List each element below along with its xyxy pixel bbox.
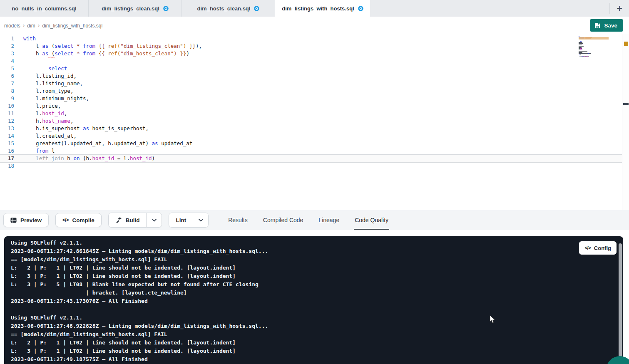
panel-tab-results[interactable]: Results bbox=[227, 210, 249, 230]
build-label: Build bbox=[126, 217, 140, 223]
chevron-down-icon bbox=[152, 219, 157, 222]
file-tab-label: no_nulls_in_columns.sql bbox=[12, 5, 76, 12]
code-line[interactable]: 6 l.listing_id, bbox=[0, 72, 622, 80]
save-button[interactable]: Save bbox=[590, 19, 623, 32]
lint-label: Lint bbox=[176, 217, 186, 223]
compile-label: Compile bbox=[72, 217, 94, 223]
code-text: l.host_id, bbox=[14, 110, 622, 117]
code-line[interactable]: 10 l.price, bbox=[0, 102, 622, 110]
line-number: 3 bbox=[0, 50, 14, 57]
code-line[interactable]: 1with bbox=[0, 35, 622, 42]
breadcrumb-item[interactable]: models bbox=[4, 23, 20, 29]
code-text: l.listing_name, bbox=[14, 80, 622, 87]
breadcrumb-separator-icon: › bbox=[38, 22, 40, 29]
terminal-panel: Using SQLFluff v2.1.1. 2023-06-06T11:27:… bbox=[4, 236, 623, 364]
code-text bbox=[14, 162, 622, 170]
file-tab[interactable]: dim_listings_clean.sql bbox=[89, 0, 182, 17]
code-text: h as (select * from {{ ref("dim_hosts_cl… bbox=[14, 50, 622, 57]
build-dropdown-button[interactable] bbox=[146, 213, 162, 227]
code-line[interactable]: 8 l.room_type, bbox=[0, 87, 622, 95]
config-label: Config bbox=[594, 245, 611, 251]
file-tab-label: dim_listings_clean.sql bbox=[102, 5, 159, 12]
preview-button[interactable]: Preview bbox=[3, 213, 49, 227]
scroll-position-marker[interactable] bbox=[623, 103, 629, 105]
code-text: l.minimum_nights, bbox=[14, 95, 622, 102]
breadcrumb-item[interactable]: dim_listings_with_hosts.sql bbox=[42, 23, 102, 29]
code-text: h.is_superhost as host_is_superhost, bbox=[14, 125, 622, 132]
preview-label: Preview bbox=[20, 217, 42, 223]
line-number: 17 bbox=[0, 155, 14, 162]
terminal-scrollbar[interactable] bbox=[619, 243, 622, 357]
code-editor[interactable]: 1with2 l as (select * from {{ ref("dim_l… bbox=[0, 34, 629, 210]
line-number: 1 bbox=[0, 35, 14, 42]
action-toolbar: Preview </> Compile Build bbox=[0, 210, 629, 230]
code-line[interactable]: 7 l.listing_name, bbox=[0, 80, 622, 87]
line-number: 8 bbox=[0, 87, 14, 95]
code-line[interactable]: 17 left join h on (h.host_id = l.host_id… bbox=[0, 154, 622, 163]
line-number: 10 bbox=[0, 102, 14, 110]
code-line[interactable]: 11 l.host_id, bbox=[0, 110, 622, 117]
minimap-warning-band bbox=[579, 37, 609, 40]
line-number: 5 bbox=[0, 65, 14, 72]
file-tab-label: dim_hosts_clean.sql bbox=[197, 5, 251, 12]
code-text: greatest(l.updated_at, h.updated_at) as … bbox=[14, 140, 622, 147]
code-line[interactable]: 16 from l bbox=[0, 147, 622, 155]
code-line[interactable]: 5 select bbox=[0, 65, 622, 72]
file-tab-bar: no_nulls_in_columns.sqldim_listings_clea… bbox=[0, 0, 629, 17]
line-number: 7 bbox=[0, 80, 14, 87]
hammer-icon bbox=[115, 217, 122, 223]
code-text: select bbox=[14, 65, 622, 72]
breadcrumb: models›dim›dim_listings_with_hosts.sql bbox=[4, 22, 102, 29]
lint-split-button: Lint bbox=[169, 213, 209, 228]
code-line[interactable]: 3 h as (select * from {{ ref("dim_hosts_… bbox=[0, 50, 622, 57]
file-tab[interactable]: no_nulls_in_columns.sql bbox=[0, 0, 89, 17]
code-icon: </> bbox=[62, 217, 68, 223]
editor-scroll-gutter[interactable] bbox=[622, 34, 629, 210]
line-number: 9 bbox=[0, 95, 14, 102]
breadcrumb-item[interactable]: dim bbox=[27, 23, 35, 29]
new-tab-button[interactable]: + bbox=[612, 1, 627, 15]
line-number: 2 bbox=[0, 42, 14, 50]
lint-warning-marker[interactable] bbox=[624, 42, 628, 46]
code-text bbox=[14, 57, 622, 65]
indent-guide bbox=[24, 42, 24, 162]
code-line[interactable]: 18 bbox=[0, 162, 622, 170]
panel-tab-code-quality[interactable]: Code Quality bbox=[354, 210, 389, 230]
code-text: from l bbox=[14, 147, 622, 155]
code-rows: 1with2 l as (select * from {{ ref("dim_l… bbox=[0, 35, 622, 170]
code-text: with bbox=[14, 35, 622, 42]
floppy-disk-icon bbox=[594, 22, 601, 29]
line-number: 18 bbox=[0, 162, 14, 170]
unsaved-dot-icon bbox=[254, 6, 259, 11]
minimap[interactable] bbox=[579, 36, 609, 85]
line-number: 15 bbox=[0, 140, 14, 147]
panel-tab-lineage[interactable]: Lineage bbox=[318, 210, 340, 230]
code-line[interactable]: 2 l as (select * from {{ ref("dim_listin… bbox=[0, 42, 622, 50]
file-tab[interactable]: dim_listings_with_hosts.sql bbox=[275, 0, 370, 17]
code-icon: </> bbox=[584, 245, 590, 251]
code-line[interactable]: 15 greatest(l.updated_at, h.updated_at) … bbox=[0, 140, 622, 147]
file-tab-label: dim_listings_with_hosts.sql bbox=[282, 5, 354, 12]
code-line[interactable]: 9 l.minimum_nights, bbox=[0, 95, 622, 102]
code-line[interactable]: 14 l.created_at, bbox=[0, 132, 622, 140]
terminal-output: Using SQLFluff v2.1.1. 2023-06-06T11:27:… bbox=[4, 236, 623, 364]
unsaved-dot-icon bbox=[163, 6, 169, 11]
config-button[interactable]: </> Config bbox=[579, 241, 617, 255]
line-number: 16 bbox=[0, 147, 14, 155]
code-line[interactable]: 4 bbox=[0, 57, 622, 65]
panel-tab-compiled-code[interactable]: Compiled Code bbox=[262, 210, 304, 230]
code-line[interactable]: 12 h.host_name, bbox=[0, 117, 622, 125]
compile-button[interactable]: </> Compile bbox=[55, 213, 102, 227]
code-line[interactable]: 13 h.is_superhost as host_is_superhost, bbox=[0, 125, 622, 132]
lint-button[interactable]: Lint bbox=[169, 213, 193, 227]
code-text: left join h on (h.host_id = l.host_id) bbox=[14, 155, 622, 162]
build-button[interactable]: Build bbox=[109, 213, 147, 227]
table-grid-icon bbox=[10, 218, 17, 223]
file-tab[interactable]: dim_hosts_clean.sql bbox=[182, 0, 275, 17]
line-number: 11 bbox=[0, 110, 14, 117]
unsaved-dot-icon bbox=[358, 6, 363, 11]
line-number: 14 bbox=[0, 132, 14, 140]
chevron-down-icon bbox=[199, 219, 203, 222]
lint-dropdown-button[interactable] bbox=[193, 213, 208, 227]
line-number: 6 bbox=[0, 72, 14, 80]
